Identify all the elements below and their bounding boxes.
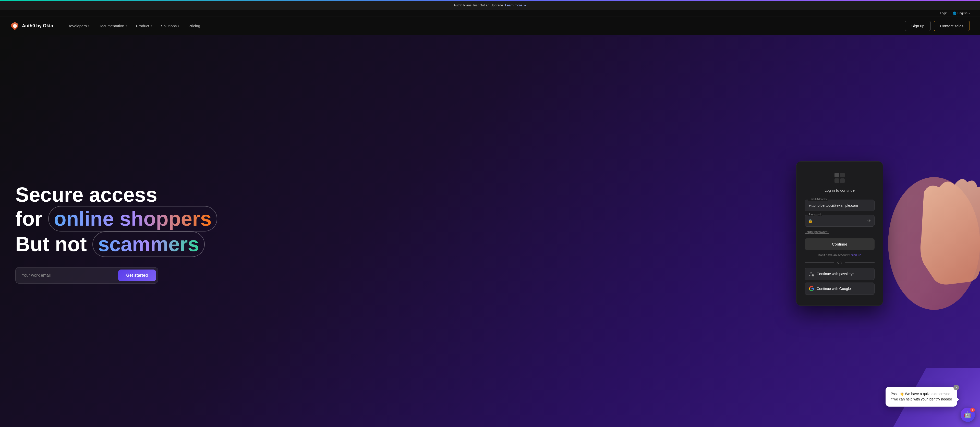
highlight-shoppers: online shoppers — [48, 206, 217, 232]
svg-rect-3 — [835, 178, 839, 183]
chevron-down-icon: ▾ — [151, 24, 152, 27]
divider: OR — [805, 261, 875, 264]
hero-section: Secure access for online shoppers But no… — [0, 35, 980, 427]
forgot-password-link[interactable]: Forgot password? — [805, 230, 875, 234]
nav-menu: Developers ▾ Documentation ▾ Product ▾ S… — [63, 22, 905, 30]
google-button[interactable]: Continue with Google — [805, 283, 875, 295]
nav-product[interactable]: Product ▾ — [132, 22, 156, 30]
nav-documentation[interactable]: Documentation ▾ — [94, 22, 131, 30]
navbar-actions: Sign up Contact sales — [905, 21, 970, 31]
language-selector[interactable]: 🌐 English ▾ — [953, 11, 970, 15]
nav-solutions[interactable]: Solutions ▾ — [157, 22, 183, 30]
headline-line-3: But not scammers — [15, 232, 217, 257]
hero-headline: Secure access for online shoppers But no… — [15, 184, 217, 257]
chat-popup: × Psst! 👋 We have a quiz to determine if… — [886, 387, 957, 406]
signup-button[interactable]: Sign up — [905, 21, 931, 31]
chat-bot-button[interactable]: 🤖 1 — [961, 408, 975, 422]
announcement-bar: Auth0 Plans Just Got an Upgrade Learn mo… — [0, 1, 980, 10]
passkeys-icon — [809, 271, 814, 276]
svg-point-0 — [888, 177, 980, 310]
chat-popup-close-button[interactable]: × — [953, 385, 959, 390]
signup-prompt: Don't have an account? Sign up — [805, 254, 875, 257]
login-link[interactable]: Login — [940, 11, 947, 15]
work-email-input[interactable] — [22, 271, 118, 280]
svg-rect-4 — [840, 178, 845, 183]
top-bar: Login 🌐 English ▾ — [0, 10, 980, 17]
eye-icon[interactable]: 👁 — [867, 219, 871, 223]
auth0-logo-icon — [10, 21, 19, 31]
svg-point-5 — [810, 272, 812, 274]
divider-text: OR — [837, 261, 842, 264]
chat-popup-arrow — [957, 397, 959, 402]
login-card-title: Log in to continue — [805, 188, 875, 192]
divider-line-right — [845, 262, 875, 263]
chevron-down-icon: ▾ — [126, 24, 127, 27]
svg-rect-1 — [835, 173, 839, 178]
chevron-down-icon: ▾ — [88, 24, 89, 27]
password-label: Password — [808, 213, 822, 216]
login-logo-icon — [834, 172, 846, 184]
hero-decoration — [441, 35, 980, 427]
login-card: Log in to continue Email Address Passwor… — [796, 161, 883, 306]
chat-popup-text: Psst! 👋 We have a quiz to determine if w… — [891, 391, 952, 402]
svg-rect-2 — [840, 173, 845, 178]
svg-point-6 — [812, 274, 814, 276]
email-label: Email Address — [808, 198, 827, 201]
login-card-logo — [805, 172, 875, 184]
hero-content: Secure access for online shoppers But no… — [0, 163, 232, 304]
logo[interactable]: Auth0 by Okta — [10, 21, 53, 31]
announcement-text: Auth0 Plans Just Got an Upgrade — [453, 3, 503, 7]
headline-line-1: Secure access — [15, 184, 217, 206]
password-form-group: Password 🔒 👁 — [805, 215, 875, 227]
chevron-down-icon: ▾ — [178, 24, 179, 27]
password-input[interactable] — [805, 215, 875, 227]
email-input[interactable] — [805, 200, 875, 211]
email-form-group: Email Address — [805, 200, 875, 211]
passkeys-button[interactable]: Continue with passkeys — [805, 268, 875, 280]
navbar: Auth0 by Okta Developers ▾ Documentation… — [0, 17, 980, 35]
chat-badge: 1 — [970, 408, 975, 412]
signup-link[interactable]: Sign up — [851, 254, 861, 257]
lock-icon: 🔒 — [808, 219, 813, 223]
chevron-down-icon: ▾ — [969, 12, 970, 15]
divider-line-left — [805, 262, 834, 263]
announcement-link[interactable]: Learn more → — [505, 3, 527, 7]
globe-icon: 🌐 — [953, 11, 956, 15]
nav-developers[interactable]: Developers ▾ — [63, 22, 94, 30]
hero-cta-form: Get started — [15, 267, 158, 284]
language-label: English — [958, 11, 967, 15]
headline-line-2: for online shoppers — [15, 206, 217, 232]
hero-hand-illustration — [873, 167, 980, 315]
contact-sales-button[interactable]: Contact sales — [934, 21, 970, 31]
highlight-scammers: scammers — [92, 232, 205, 257]
continue-button[interactable]: Continue — [805, 238, 875, 250]
logo-text: Auth0 by Okta — [22, 23, 53, 29]
google-icon — [809, 286, 814, 291]
nav-pricing[interactable]: Pricing — [184, 22, 204, 30]
bot-icon: 🤖 — [964, 411, 972, 418]
get-started-button[interactable]: Get started — [118, 270, 156, 281]
